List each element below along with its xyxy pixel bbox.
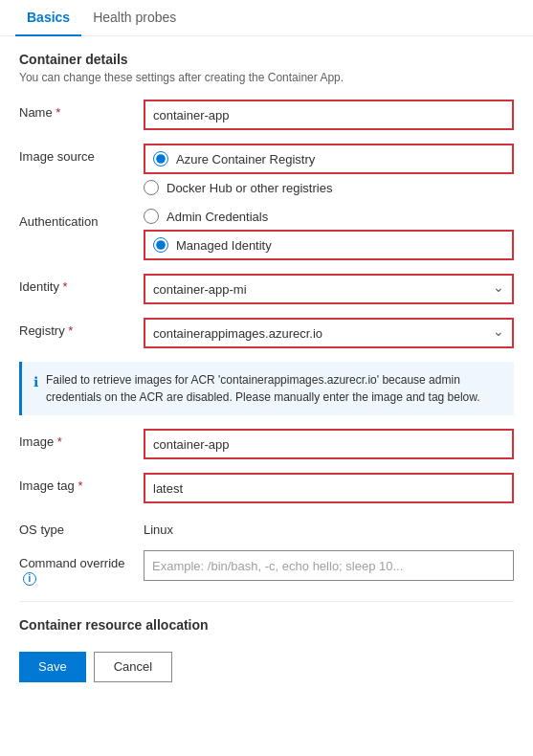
command-override-input[interactable] [144,550,514,581]
main-content: Container details You can change these s… [0,36,533,698]
identity-label: Identity * [19,274,144,294]
image-tag-input[interactable] [144,473,514,503]
name-required-marker: * [53,105,61,120]
section-description: You can change these settings after crea… [19,71,514,84]
acr-radio[interactable] [153,151,168,167]
registry-label: Registry * [19,318,144,338]
name-field-wrapper [144,100,514,130]
info-icon: ℹ [33,372,38,406]
image-tag-label: Image tag * [19,473,144,493]
info-box: ℹ Failed to retrieve images for ACR 'con… [19,362,514,415]
admin-creds-radio[interactable] [144,209,159,224]
authentication-row: Authentication Admin Credentials Managed… [19,209,514,260]
tab-bar: Basics Health probes [0,0,533,36]
os-type-label: OS type [19,517,144,537]
tab-basics[interactable]: Basics [15,0,81,36]
info-message: Failed to retrieve images for ACR 'conta… [46,371,502,406]
image-source-label: Image source [19,144,144,164]
acr-radio-label: Azure Container Registry [176,152,315,167]
image-tag-field-wrapper [144,473,514,503]
auth-options: Admin Credentials Managed Identity [144,209,514,260]
section-divider [19,601,514,602]
image-label: Image * [19,429,144,449]
name-input[interactable] [144,100,514,130]
admin-creds-label: Admin Credentials [167,210,268,224]
section-title: Container details [19,52,514,67]
managed-identity-option[interactable]: Managed Identity [153,237,272,253]
name-row: Name * [19,100,514,130]
save-button[interactable]: Save [19,652,86,682]
managed-identity-label: Managed Identity [176,238,272,253]
acr-option-box: Azure Container Registry [144,144,514,174]
acr-radio-option[interactable]: Azure Container Registry [153,151,315,167]
name-label: Name * [19,100,144,120]
command-override-field-wrapper [144,550,514,581]
identity-row: Identity * container-app-mi [19,274,514,304]
resource-allocation-title: Container resource allocation [19,617,514,633]
image-source-options: Azure Container Registry Docker Hub or o… [144,144,514,195]
command-override-info-icon[interactable]: i [23,572,36,586]
cancel-button[interactable]: Cancel [94,652,172,682]
registry-row: Registry * containerappimages.azurecr.io [19,318,514,348]
os-type-row: OS type Linux [19,517,514,537]
tab-health-probes[interactable]: Health probes [81,0,188,36]
os-type-value-wrapper: Linux [144,517,514,537]
identity-dropdown-wrapper: container-app-mi [144,274,514,304]
managed-identity-radio[interactable] [153,237,168,253]
image-field-wrapper [144,429,514,459]
image-source-row: Image source Azure Container Registry Do… [19,144,514,195]
image-row: Image * [19,429,514,459]
command-override-row: Command override i [19,550,514,586]
docker-radio-label: Docker Hub or other registries [167,181,332,195]
os-type-value: Linux [144,517,514,537]
registry-dropdown-wrapper: containerappimages.azurecr.io [144,318,514,348]
managed-identity-box: Managed Identity [144,230,514,260]
docker-radio-option[interactable]: Docker Hub or other registries [144,180,514,195]
admin-creds-option[interactable]: Admin Credentials [144,209,514,224]
authentication-label: Authentication [19,209,144,229]
command-override-label: Command override i [19,550,144,586]
button-row: Save Cancel [19,652,514,682]
image-input[interactable] [144,429,514,459]
docker-radio[interactable] [144,180,159,195]
identity-dropdown[interactable]: container-app-mi [144,274,514,304]
image-tag-row: Image tag * [19,473,514,503]
registry-dropdown[interactable]: containerappimages.azurecr.io [144,318,514,348]
